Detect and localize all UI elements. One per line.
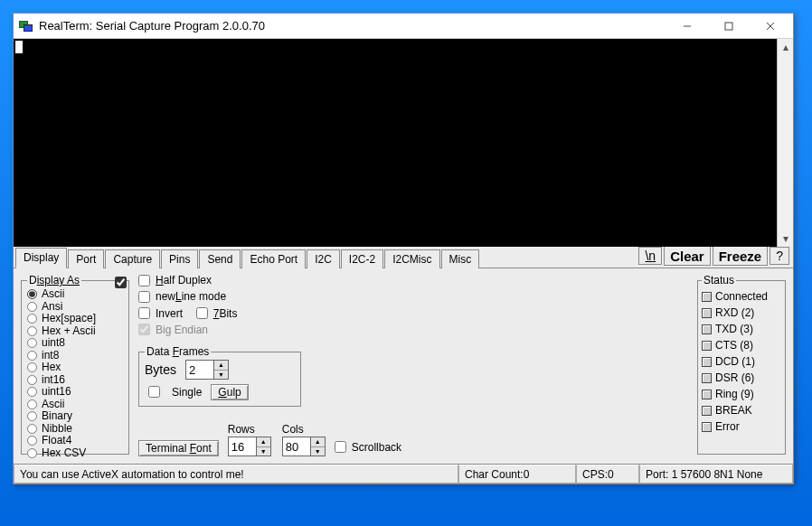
gulp-button[interactable]: Gulp bbox=[211, 384, 248, 400]
display-as-radio-hex-csv[interactable]: Hex CSV bbox=[27, 447, 123, 460]
newline-button[interactable]: \n bbox=[638, 247, 662, 265]
single-checkbox[interactable] bbox=[148, 386, 160, 398]
clear-button[interactable]: Clear bbox=[664, 246, 711, 266]
bytes-label: Bytes bbox=[145, 362, 176, 377]
statusbar: You can use ActiveX automation to contro… bbox=[14, 464, 793, 484]
newline-mode-checkbox[interactable] bbox=[138, 291, 150, 303]
tab-i2c[interactable]: I2C bbox=[307, 249, 340, 268]
display-as-radio-uint8[interactable]: uint8 bbox=[27, 337, 123, 350]
status-cps: CPS:0 bbox=[576, 465, 639, 484]
display-as-radio-binary[interactable]: Binary bbox=[27, 410, 123, 423]
status-item-label: RXD (2) bbox=[715, 306, 754, 319]
freeze-button[interactable]: Freeze bbox=[713, 246, 769, 266]
status-item-label: TXD (3) bbox=[715, 323, 753, 335]
status-char-count: Char Count:0 bbox=[458, 465, 576, 484]
tab-i2c2[interactable]: I2C-2 bbox=[341, 249, 383, 268]
tab-misc[interactable]: Misc bbox=[441, 249, 480, 268]
bytes-down-icon[interactable]: ▼ bbox=[214, 371, 228, 380]
status-port: Port: 1 57600 8N1 None bbox=[639, 465, 793, 484]
display-as-radio-label: Hex CSV bbox=[42, 447, 86, 460]
display-as-radio-float4[interactable]: Float4 bbox=[27, 435, 123, 447]
terminal-scrollbar[interactable]: ▴ ▾ bbox=[777, 39, 793, 247]
seven-bits-checkbox[interactable] bbox=[196, 307, 208, 319]
cols-spinner[interactable]: ▲▼ bbox=[282, 437, 326, 456]
rows-up-icon[interactable]: ▲ bbox=[257, 437, 270, 447]
minimize-button[interactable] bbox=[666, 16, 708, 36]
status-led-icon bbox=[702, 390, 712, 399]
close-button[interactable] bbox=[750, 16, 791, 36]
status-item-rxd-2-: RXD (2) bbox=[702, 306, 781, 319]
display-as-radio-uint16[interactable]: uint16 bbox=[27, 386, 123, 399]
display-as-radio-int8[interactable]: int8 bbox=[27, 350, 123, 362]
display-as-radio-label: int16 bbox=[42, 374, 65, 387]
window-title: RealTerm: Serial Capture Program 2.0.0.7… bbox=[39, 19, 666, 33]
display-as-radio-input[interactable] bbox=[27, 375, 37, 385]
rows-input[interactable] bbox=[229, 437, 256, 456]
display-as-radio-label: uint16 bbox=[42, 386, 71, 399]
terminal-font-button[interactable]: Terminal Font bbox=[138, 440, 219, 456]
display-as-radio-ansi[interactable]: Ansi bbox=[27, 301, 123, 314]
rows-spinner[interactable]: ▲▼ bbox=[228, 437, 271, 456]
display-as-radio-input[interactable] bbox=[27, 362, 37, 372]
display-as-radio-list: AsciiAnsiHex[space]Hex + Asciiuint8int8H… bbox=[27, 288, 123, 459]
invert-checkbox[interactable] bbox=[138, 307, 150, 319]
status-item-label: DCD (1) bbox=[715, 355, 755, 368]
cols-input[interactable] bbox=[283, 437, 310, 456]
tab-display[interactable]: Display bbox=[15, 248, 67, 268]
tab-pins[interactable]: Pins bbox=[161, 249, 198, 268]
mode-options: Half Duplex newLine mode Invert 7Bits Bi… bbox=[138, 274, 455, 456]
display-as-radio-label: Hex + Ascii bbox=[42, 325, 96, 338]
status-item-label: DSR (6) bbox=[715, 371, 754, 384]
display-as-radio-label: Binary bbox=[42, 410, 72, 423]
cols-up-icon[interactable]: ▲ bbox=[311, 437, 325, 447]
terminal-cursor bbox=[15, 41, 23, 53]
scroll-down-icon[interactable]: ▾ bbox=[778, 230, 793, 247]
display-as-radio-hex-ascii[interactable]: Hex + Ascii bbox=[27, 325, 123, 338]
bytes-spinner[interactable]: ▲▼ bbox=[185, 360, 229, 380]
display-as-radio-input[interactable] bbox=[27, 326, 37, 336]
status-item-error: Error bbox=[702, 420, 781, 433]
display-as-toggle-checkbox[interactable] bbox=[115, 277, 127, 288]
status-item-label: Error bbox=[715, 420, 740, 433]
tab-echo-port[interactable]: Echo Port bbox=[241, 249, 306, 268]
tab-send[interactable]: Send bbox=[199, 249, 241, 268]
help-button[interactable]: ? bbox=[770, 247, 789, 265]
display-as-radio-input[interactable] bbox=[27, 338, 37, 348]
rows-down-icon[interactable]: ▼ bbox=[257, 447, 270, 456]
display-as-radio-input[interactable] bbox=[27, 351, 37, 361]
status-led-icon bbox=[702, 292, 712, 302]
display-as-radio-input[interactable] bbox=[27, 436, 37, 446]
terminal-area: ▴ ▾ bbox=[14, 39, 793, 247]
titlebar[interactable]: RealTerm: Serial Capture Program 2.0.0.7… bbox=[14, 14, 793, 39]
maximize-button[interactable] bbox=[708, 16, 750, 36]
display-as-radio-ascii[interactable]: Ascii bbox=[27, 288, 123, 301]
display-as-radio-nibble[interactable]: Nibble bbox=[27, 423, 123, 436]
terminal-output[interactable] bbox=[14, 39, 777, 247]
display-as-radio-int16[interactable]: int16 bbox=[27, 374, 123, 387]
tab-port[interactable]: Port bbox=[68, 249, 104, 268]
bytes-up-icon[interactable]: ▲ bbox=[214, 361, 228, 371]
display-as-radio-input[interactable] bbox=[27, 399, 37, 409]
cols-down-icon[interactable]: ▼ bbox=[311, 447, 325, 456]
display-as-legend: Display As bbox=[27, 274, 81, 286]
status-legend: Status bbox=[702, 274, 736, 286]
tab-i2cmisc[interactable]: I2CMisc bbox=[384, 249, 439, 268]
display-as-radio-input[interactable] bbox=[27, 302, 37, 312]
display-as-radio-hex[interactable]: Hex bbox=[27, 362, 123, 374]
display-as-radio-label: Nibble bbox=[42, 423, 72, 436]
svg-rect-1 bbox=[725, 23, 732, 30]
display-as-radio-input[interactable] bbox=[27, 411, 37, 421]
status-led-icon bbox=[702, 422, 712, 432]
half-duplex-checkbox[interactable] bbox=[138, 275, 150, 286]
bytes-input[interactable] bbox=[186, 361, 213, 379]
display-as-radio-input[interactable] bbox=[27, 448, 37, 458]
display-as-radio-input[interactable] bbox=[27, 387, 37, 397]
display-as-radio-hex-space-[interactable]: Hex[space] bbox=[27, 313, 123, 325]
display-as-radio-input[interactable] bbox=[27, 424, 37, 434]
scrollback-checkbox[interactable] bbox=[335, 441, 346, 453]
display-as-radio-ascii[interactable]: Ascii bbox=[27, 399, 123, 411]
tab-capture[interactable]: Capture bbox=[105, 249, 160, 268]
display-as-radio-input[interactable] bbox=[27, 314, 37, 324]
scroll-up-icon[interactable]: ▴ bbox=[778, 39, 793, 55]
display-as-radio-input[interactable] bbox=[27, 289, 37, 299]
